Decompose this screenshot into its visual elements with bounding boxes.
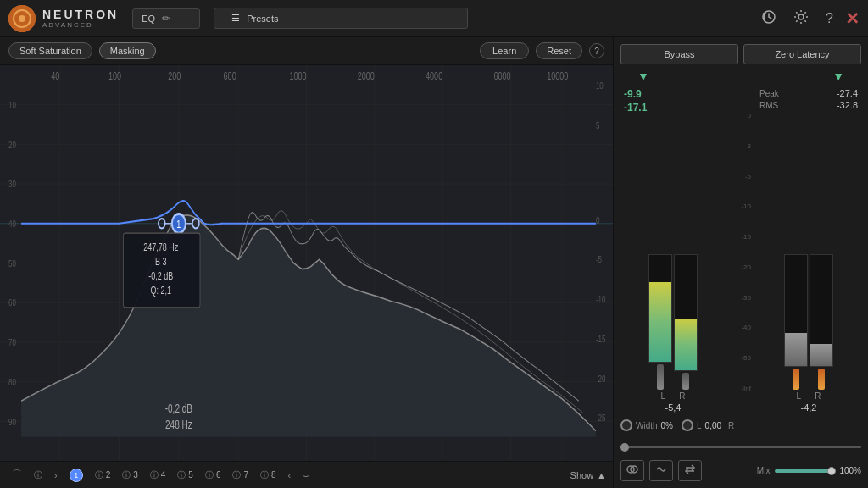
svg-text:-20: -20 xyxy=(596,373,606,384)
close-icon[interactable]: ✕ xyxy=(845,8,860,29)
svg-text:10: 10 xyxy=(8,100,16,111)
show-button[interactable]: Show ▲ xyxy=(570,470,606,480)
logo-neutron: NEUTRON xyxy=(42,8,119,21)
band-8-label: 8 xyxy=(271,470,276,480)
width-value: 0% xyxy=(661,421,673,430)
svg-text:10: 10 xyxy=(596,80,604,92)
peak-left-value: -9.9 xyxy=(624,88,642,100)
eq-panel: Soft Saturation Masking Learn Reset ? xyxy=(0,37,614,488)
band-3[interactable]: ⓘ 3 xyxy=(117,468,143,483)
right-arrow-down-icon: ▼ xyxy=(832,69,844,83)
bottom-controls: Mix 100% xyxy=(620,457,861,481)
header: NEUTRON ADVANCED EQ ✏ ☰ Presets ? xyxy=(0,0,868,37)
swap-button[interactable] xyxy=(678,460,702,481)
svg-text:80: 80 xyxy=(8,376,16,387)
settings-button[interactable] xyxy=(788,6,814,31)
band-4-label: 4 xyxy=(161,470,166,480)
left-bar-container xyxy=(648,254,672,390)
rms-label: RMS xyxy=(760,101,778,110)
left-bottom-value: -5,4 xyxy=(665,402,682,413)
soft-saturation-button[interactable]: Soft Saturation xyxy=(8,42,92,59)
svg-text:200: 200 xyxy=(168,69,181,81)
zero-latency-button[interactable]: Zero Latency xyxy=(743,44,861,64)
band-3-label: 3 xyxy=(133,470,138,480)
l-knob[interactable] xyxy=(682,419,693,431)
module-name-text: EQ xyxy=(142,14,155,24)
svg-text:Q: 2,1: Q: 2,1 xyxy=(150,285,171,297)
band-7[interactable]: ⓘ 7 xyxy=(227,468,253,483)
svg-point-2 xyxy=(19,15,25,22)
module-name-input[interactable]: EQ ✏ xyxy=(132,8,200,29)
left-r-label: R xyxy=(679,391,685,401)
right-bar-fill-wrapper-r xyxy=(810,254,833,367)
svg-text:-15: -15 xyxy=(596,334,606,345)
r-label: R xyxy=(728,421,734,430)
svg-text:100: 100 xyxy=(108,69,121,81)
right-values: Peak -27.4 RMS -32.8 xyxy=(756,88,861,110)
band-1-circle[interactable]: 1 xyxy=(70,469,83,482)
band-8[interactable]: ⓘ 8 xyxy=(255,468,281,483)
left-values: -9.9 -17.1 xyxy=(620,88,726,114)
l-value: 0,00 xyxy=(705,421,721,430)
right-slider-handle[interactable] xyxy=(682,373,689,390)
meter-scale-col: 0 -3 -6 -10 -15 -20 -30 -40 -50 -Inf xyxy=(731,88,751,413)
band-highpass[interactable]: › xyxy=(49,469,63,482)
help-inline-button[interactable]: ? xyxy=(589,43,604,58)
history-button[interactable] xyxy=(756,6,782,31)
band2-info-icon: ⓘ xyxy=(95,469,103,481)
right-bar-container-r xyxy=(810,254,833,390)
left-lr-labels: L R xyxy=(661,391,686,401)
bypass-button[interactable]: Bypass xyxy=(620,44,738,64)
svg-text:40: 40 xyxy=(51,69,59,81)
mix-knob[interactable] xyxy=(827,467,836,475)
band-lowpass[interactable]: ‹ xyxy=(283,469,297,482)
band-notch1[interactable]: ⓘ xyxy=(29,468,47,483)
svg-text:6000: 6000 xyxy=(493,69,510,81)
right-slider-l[interactable] xyxy=(793,369,799,390)
phase-button[interactable] xyxy=(649,460,673,481)
svg-point-4 xyxy=(798,14,804,19)
meter-panel: Bypass Zero Latency ▼ ▼ -9.9 -17.1 xyxy=(614,37,868,488)
eq-graph[interactable]: 40 100 200 600 1000 2000 4000 6000 10000… xyxy=(0,65,613,461)
pencil-icon[interactable]: ✏ xyxy=(162,13,170,25)
band-controls: ⌒ ⓘ › 1 ⓘ 2 ⓘ 3 ⓘ 4 xyxy=(0,461,613,488)
learn-button[interactable]: Learn xyxy=(480,42,529,59)
link-button[interactable] xyxy=(620,460,644,481)
presets-icon: ☰ xyxy=(231,13,240,24)
right-r-label: R xyxy=(815,391,821,401)
svg-point-65 xyxy=(660,469,662,470)
arrow-indicators: ▼ ▼ xyxy=(620,69,861,83)
band-6[interactable]: ⓘ 6 xyxy=(200,468,226,483)
reset-button[interactable]: Reset xyxy=(536,42,582,59)
eq-toolbar: Soft Saturation Masking Learn Reset ? xyxy=(0,37,613,65)
width-knob[interactable] xyxy=(620,419,632,431)
band-4[interactable]: ⓘ 4 xyxy=(145,468,171,483)
svg-text:2000: 2000 xyxy=(358,69,375,81)
help-button[interactable]: ? xyxy=(821,8,838,30)
width-slider[interactable] xyxy=(620,446,861,448)
svg-text:247,78 Hz: 247,78 Hz xyxy=(143,241,179,253)
svg-text:60: 60 xyxy=(8,297,16,308)
band-5[interactable]: ⓘ 5 xyxy=(172,468,198,483)
main-layout: Soft Saturation Masking Learn Reset ? xyxy=(0,37,868,488)
band-lowshelf[interactable]: ⌒ xyxy=(7,466,27,484)
right-slider-r[interactable] xyxy=(818,369,825,390)
eq-graph-container[interactable]: 40 100 200 600 1000 2000 4000 6000 10000… xyxy=(0,65,613,461)
svg-text:50: 50 xyxy=(8,258,16,269)
left-lr-bars xyxy=(620,117,726,390)
band-5-label: 5 xyxy=(188,470,193,480)
band-2[interactable]: ⓘ 2 xyxy=(90,468,116,483)
band7-info-icon: ⓘ xyxy=(232,469,241,481)
band-highshelf[interactable]: ⌣ xyxy=(298,468,314,483)
presets-button[interactable]: ☰ Presets xyxy=(214,8,468,29)
rms-right-value: -32.8 xyxy=(837,100,858,110)
svg-text:40: 40 xyxy=(8,219,16,230)
left-slider-handle[interactable] xyxy=(657,364,664,390)
right-bottom-value: -4,2 xyxy=(801,402,817,413)
svg-text:90: 90 xyxy=(8,416,16,427)
band3-info-icon: ⓘ xyxy=(122,469,131,481)
svg-text:248 Hz: 248 Hz xyxy=(165,418,192,431)
masking-button[interactable]: Masking xyxy=(99,42,156,59)
band-1[interactable]: 1 xyxy=(64,467,88,484)
right-bar-fill-wrapper-l xyxy=(784,254,808,367)
